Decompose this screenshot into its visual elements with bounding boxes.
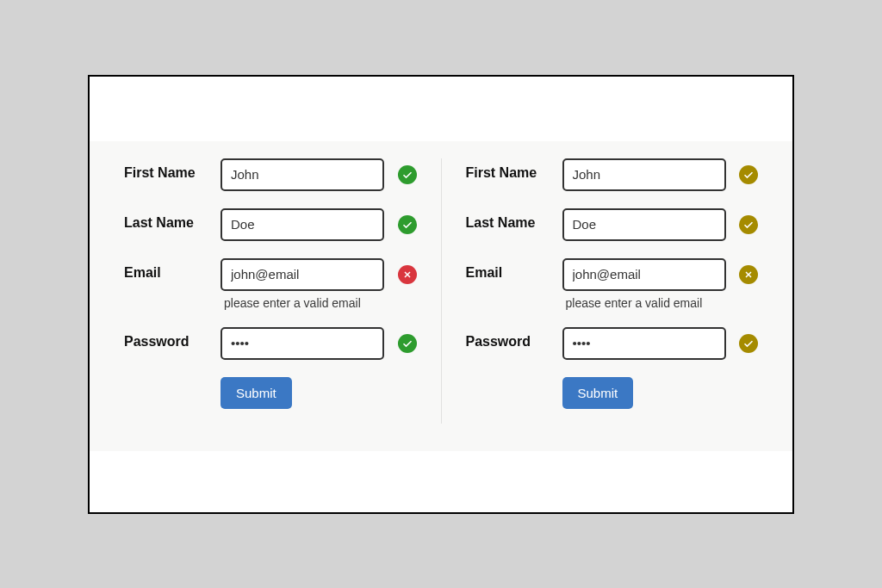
checkmark-icon	[398, 165, 417, 184]
checkmark-icon	[398, 215, 417, 234]
input-wrapper: please enter a valid email	[562, 258, 730, 310]
input-wrapper	[562, 208, 730, 241]
password-label: Password	[466, 327, 552, 350]
error-icon	[739, 265, 758, 284]
input-wrapper	[562, 158, 730, 191]
first-name-label: First Name	[466, 158, 552, 181]
submit-button[interactable]: Submit	[220, 377, 292, 409]
form-comparison-area: First Name Last Name Email	[90, 141, 792, 451]
submit-button[interactable]: Submit	[562, 377, 634, 409]
input-wrapper	[220, 327, 388, 360]
email-error-message: please enter a valid email	[220, 296, 388, 310]
last-name-row: Last Name	[124, 208, 417, 241]
input-wrapper	[220, 158, 388, 191]
first-name-field[interactable]	[562, 158, 726, 191]
input-wrapper	[562, 327, 730, 360]
last-name-label: Last Name	[466, 208, 552, 231]
checkmark-icon	[739, 215, 758, 234]
last-name-row: Last Name	[466, 208, 759, 241]
form-left: First Name Last Name Email	[115, 158, 442, 424]
main-panel: First Name Last Name Email	[88, 75, 794, 514]
password-row: Password	[124, 327, 417, 360]
checkmark-icon	[398, 334, 417, 353]
email-row: Email please enter a valid email	[466, 258, 759, 310]
last-name-label: Last Name	[124, 208, 210, 231]
email-label: Email	[124, 258, 210, 281]
email-error-message: please enter a valid email	[562, 296, 730, 310]
email-field[interactable]	[562, 258, 726, 291]
last-name-field[interactable]	[562, 208, 726, 241]
error-icon	[398, 265, 417, 284]
input-wrapper	[220, 208, 388, 241]
first-name-label: First Name	[124, 158, 210, 181]
password-field[interactable]	[562, 327, 726, 360]
form-right: First Name Last Name Email	[442, 158, 767, 424]
input-wrapper: please enter a valid email	[220, 258, 388, 310]
first-name-field[interactable]	[220, 158, 384, 191]
password-field[interactable]	[220, 327, 384, 360]
checkmark-icon	[739, 334, 758, 353]
checkmark-icon	[739, 165, 758, 184]
last-name-field[interactable]	[220, 208, 384, 241]
password-row: Password	[466, 327, 759, 360]
submit-row: Submit	[124, 377, 417, 409]
email-row: Email please enter a valid email	[124, 258, 417, 310]
password-label: Password	[124, 327, 210, 350]
first-name-row: First Name	[124, 158, 417, 191]
email-field[interactable]	[220, 258, 384, 291]
submit-row: Submit	[466, 377, 759, 409]
first-name-row: First Name	[466, 158, 759, 191]
email-label: Email	[466, 258, 552, 281]
